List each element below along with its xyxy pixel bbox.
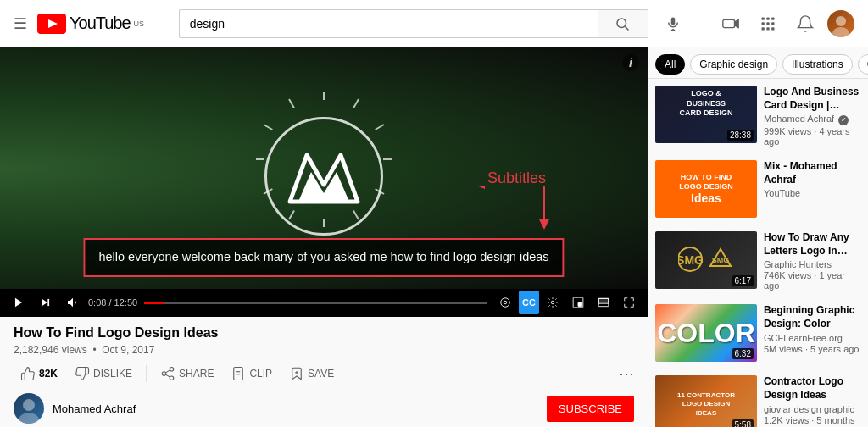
filter-tab-graphic[interactable]: Graphic design (690, 54, 777, 75)
subtitles-settings-button[interactable] (493, 291, 517, 314)
filter-tabs: All Graphic design Illustrations Comp...… (648, 47, 868, 79)
sidebar-title-0: Logo And Business Card Design | Adobe Il… (764, 86, 861, 112)
svg-line-22 (376, 125, 384, 130)
sidebar-title-2: How To Draw Any Letters Logo In Polygon … (764, 231, 861, 258)
svg-rect-10 (766, 17, 769, 19)
svg-point-42 (501, 298, 510, 308)
play-button[interactable] (7, 291, 31, 314)
filter-tab-illustrations[interactable]: Illustrations (782, 54, 853, 75)
sidebar-info-0: Logo And Business Card Design | Adobe Il… (764, 86, 861, 147)
verified-0: ✓ (838, 115, 849, 125)
svg-point-59 (23, 399, 35, 411)
info-icon[interactable]: i (622, 54, 639, 71)
svg-rect-46 (578, 302, 582, 307)
play-icon (13, 297, 25, 308)
filter-tab-comp[interactable]: Comp... (858, 54, 868, 75)
svg-point-49 (170, 368, 174, 372)
sidebar-thumb-4: 11 CONTRACTORLOGO DESIGNIDEAS 5:58 (655, 375, 757, 427)
notifications-button[interactable] (790, 8, 821, 39)
share-button[interactable]: SHARE (153, 363, 220, 385)
svg-line-30 (264, 125, 272, 130)
thumb-text-0: LOGO &BUSINESSCARD DESIGN (655, 86, 757, 122)
search-button[interactable] (598, 9, 648, 38)
svg-rect-4 (670, 17, 675, 25)
sidebar-thumb-3: COLOR 6:32 (655, 304, 757, 362)
sidebar-title-4: Contractor Logo Design Ideas (764, 375, 861, 402)
settings-button[interactable] (541, 291, 565, 314)
sidebar-thumb-1: HOW TO FINDLOGO DESIGNIdeas (655, 160, 757, 218)
svg-rect-14 (771, 22, 774, 25)
clip-icon (231, 366, 246, 381)
progress-bar[interactable] (144, 302, 487, 304)
video-actions: 82K DISLIKE SHARE (14, 363, 634, 385)
sidebar-channel-3: GCFLearnFree.org (764, 333, 861, 343)
sidebar-item[interactable]: LOGO &BUSINESSCARD DESIGN 28:38 Logo And… (648, 79, 868, 153)
save-button[interactable]: SAVE (282, 363, 341, 385)
search-icon (615, 16, 630, 31)
svg-text:SMG: SMG (678, 253, 704, 267)
volume-icon (66, 296, 80, 309)
svg-text:SMG: SMG (712, 256, 730, 264)
like-button[interactable]: 82K (14, 363, 64, 385)
svg-point-51 (170, 376, 174, 380)
fullscreen-icon (623, 297, 635, 308)
fullscreen-button[interactable] (617, 291, 641, 314)
more-button[interactable]: ⋯ (619, 364, 634, 383)
next-icon (40, 297, 52, 308)
video-player: i Subtitles hello everyone welcome back … (0, 47, 648, 289)
logo-m-svg (286, 147, 362, 206)
svg-point-50 (162, 372, 166, 376)
avatar[interactable] (827, 10, 854, 37)
sidebar-item[interactable]: HOW TO FINDLOGO DESIGNIdeas Mix - Mohame… (648, 153, 868, 225)
subscribe-button[interactable]: SUBSCRIBE (547, 396, 634, 422)
video-meta: 2,182,946 views • Oct 9, 2017 (14, 344, 634, 356)
sidebar-item[interactable]: 11 CONTRACTORLOGO DESIGNIDEAS 5:58 Contr… (648, 369, 868, 427)
next-button[interactable] (34, 291, 58, 314)
save-icon (289, 366, 304, 381)
svg-point-60 (19, 413, 39, 424)
channel-avatar-image (14, 393, 44, 424)
svg-rect-15 (761, 27, 764, 30)
svg-rect-11 (771, 17, 774, 19)
time-display: 0:08 / 12:50 (88, 297, 137, 308)
svg-rect-7 (723, 19, 735, 27)
filter-tab-all[interactable]: All (655, 54, 685, 75)
svg-rect-54 (234, 368, 243, 380)
sidebar-info-2: How To Draw Any Letters Logo In Polygon … (764, 231, 861, 291)
sidebar-meta-3: 5M views · 5 years ago (764, 344, 861, 354)
svg-line-3 (626, 26, 629, 30)
sidebar-item[interactable]: COLOR 6:32 Beginning Graphic Design: Col… (648, 297, 868, 369)
cc-button[interactable]: CC (519, 291, 539, 314)
svg-marker-35 (539, 219, 549, 230)
sidebar-info-1: Mix - Mohamed Achraf YouTube (764, 160, 861, 218)
thumb-svg-2: SMG (678, 247, 704, 273)
search-input[interactable] (179, 9, 598, 38)
svg-rect-48 (598, 299, 609, 304)
apps-icon (760, 15, 776, 32)
upload-button[interactable] (715, 8, 746, 39)
svg-line-52 (165, 374, 170, 377)
theater-button[interactable] (592, 291, 615, 314)
bell-icon (796, 14, 815, 33)
svg-point-19 (832, 27, 849, 37)
channel-info: Mohamed Achraf (53, 402, 136, 415)
clip-button[interactable]: CLIP (224, 363, 279, 385)
dislike-button[interactable]: DISLIKE (68, 363, 139, 385)
channel-name[interactable]: Mohamed Achraf (53, 402, 136, 415)
channel-avatar[interactable] (14, 393, 44, 424)
thumb-duration-2: 6:17 (732, 275, 754, 286)
volume-button[interactable] (61, 291, 85, 314)
miniplayer-button[interactable] (566, 291, 590, 314)
apps-button[interactable] (753, 8, 783, 39)
mic-button[interactable] (659, 9, 687, 38)
svg-rect-17 (771, 27, 774, 30)
logo-area[interactable]: ☰ YouTubeUS (14, 14, 144, 34)
svg-line-53 (165, 370, 170, 373)
svg-point-44 (551, 302, 554, 305)
menu-icon[interactable]: ☰ (14, 14, 27, 33)
header: ☰ YouTubeUS (0, 0, 868, 47)
thumb-content-1: HOW TO FINDLOGO DESIGNIdeas (655, 160, 757, 218)
sidebar-item[interactable]: SMG SMG 6:17 How To Draw Any Letters Log… (648, 225, 868, 297)
subtitle-box: hello everyone welcome back many of you … (83, 238, 564, 277)
svg-marker-8 (735, 19, 739, 27)
